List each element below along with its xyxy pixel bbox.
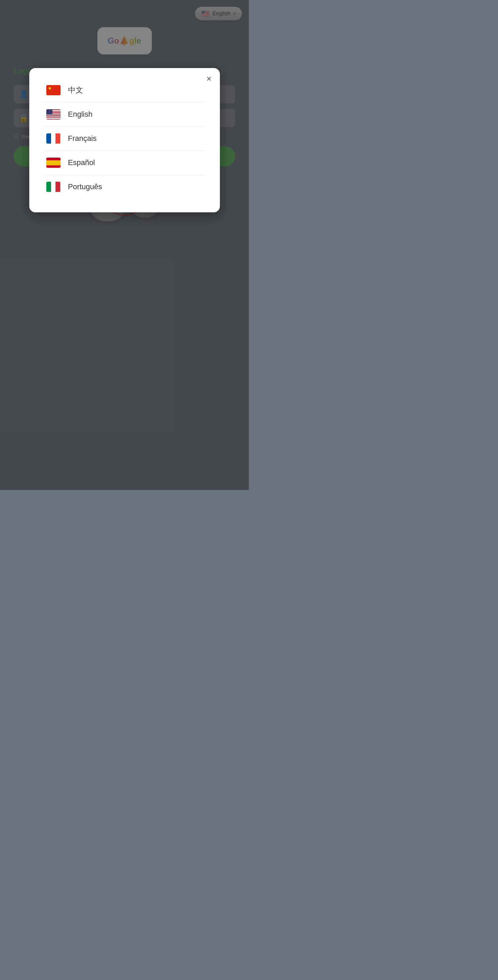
lang-name-fr: Français — [68, 134, 97, 143]
language-modal: × 中文 English Français Español — [29, 68, 220, 212]
flag-pt-red — [56, 182, 60, 192]
flag-es-icon — [46, 158, 60, 168]
flag-fr-icon — [46, 134, 60, 143]
language-option-fr[interactable]: Français — [43, 127, 206, 151]
flag-pt-icon — [46, 182, 60, 192]
flag-us-icon — [46, 109, 60, 119]
lang-name-zh: 中文 — [68, 85, 83, 95]
language-option-es[interactable]: Español — [43, 151, 206, 175]
flag-cn-icon — [46, 85, 60, 95]
flag-fr-blue — [46, 134, 51, 143]
lang-name-es: Español — [68, 158, 95, 167]
language-list: 中文 English Français Español — [43, 78, 206, 199]
language-option-zh[interactable]: 中文 — [43, 78, 206, 102]
lang-name-pt: Português — [68, 182, 102, 191]
language-option-pt[interactable]: Português — [43, 175, 206, 199]
modal-close-button[interactable]: × — [206, 74, 212, 83]
flag-pt-white — [51, 182, 56, 192]
lang-name-en: English — [68, 110, 92, 119]
flag-fr-red — [56, 134, 60, 143]
language-option-en[interactable]: English — [43, 102, 206, 127]
flag-fr-white — [51, 134, 56, 143]
flag-pt-green — [46, 182, 51, 192]
